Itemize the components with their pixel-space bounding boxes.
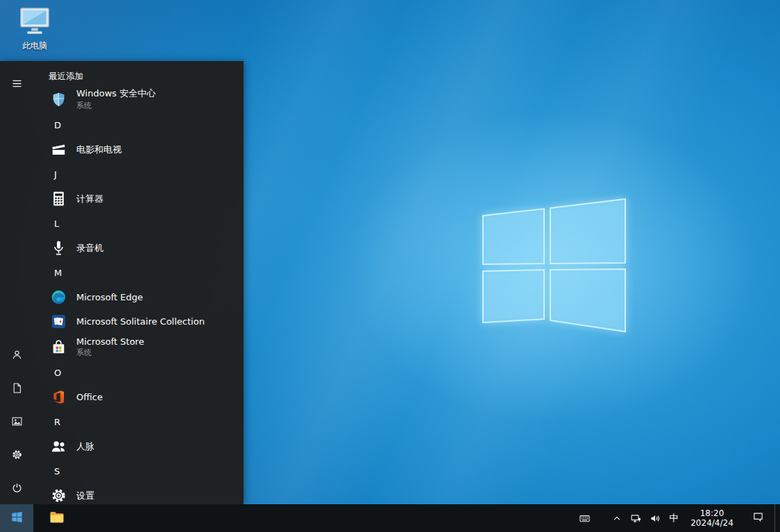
folder-icon: [49, 509, 65, 528]
file-explorer-button[interactable]: [42, 504, 72, 532]
documents-button[interactable]: [0, 371, 33, 404]
keyboard-icon: [579, 513, 591, 524]
start-app-list: 最近添加 Windows 安全中心系统D电影和电视J计算器L录音机MMicros…: [33, 61, 244, 504]
chevron-up-icon: [612, 513, 622, 523]
taskbar: 中 18:20 2024/4/24: [0, 504, 780, 532]
store-icon: [49, 338, 68, 356]
calculator-icon: [49, 190, 68, 207]
recently-added-header: 最近添加: [33, 67, 244, 86]
pictures-icon: [11, 415, 23, 427]
app-list-items: Windows 安全中心系统D电影和电视J计算器L录音机MMicrosoft E…: [33, 86, 244, 504]
app-item-label: Office: [76, 392, 103, 402]
app-item-text: 录音机: [76, 242, 103, 255]
movies-icon: [49, 141, 68, 158]
this-pc-label: 此电脑: [22, 40, 47, 52]
start-app-item[interactable]: 人脉: [33, 434, 244, 458]
app-item-label: Microsoft Solitaire Collection: [76, 316, 205, 327]
app-item-label: Microsoft Store: [76, 336, 144, 347]
app-item-text: Microsoft Store系统: [76, 336, 144, 358]
letter-header-j[interactable]: J: [33, 162, 244, 187]
app-item-subtitle: 系统: [76, 101, 155, 111]
start-app-item[interactable]: Microsoft Solitaire Collection: [33, 309, 244, 334]
power-button[interactable]: [0, 471, 33, 504]
office-icon: [49, 388, 68, 406]
app-item-text: Microsoft Edge: [76, 292, 143, 302]
volume-icon: [650, 513, 661, 524]
microphone-icon: [49, 239, 68, 257]
start-app-item[interactable]: 录音机: [33, 236, 244, 260]
letter-header-m[interactable]: M: [33, 260, 244, 285]
letter-header-o[interactable]: O: [33, 360, 244, 385]
shield-icon: [49, 91, 68, 108]
show-desktop-button[interactable]: [774, 504, 780, 532]
taskbar-clock[interactable]: 18:20 2024/4/24: [683, 504, 741, 532]
edge-icon: [49, 289, 68, 306]
gear-icon: [49, 487, 68, 504]
this-pc-icon: [19, 7, 51, 39]
pictures-button[interactable]: [0, 404, 33, 438]
app-item-label: 电影和电视: [76, 144, 121, 156]
ime-indicator[interactable]: 中: [665, 504, 683, 532]
app-item-text: 计算器: [76, 193, 103, 205]
letter-header-s[interactable]: S: [33, 458, 244, 483]
clock-time: 18:20: [700, 508, 724, 519]
letter-header-r[interactable]: R: [33, 409, 244, 434]
system-tray: 中 18:20 2024/4/24: [570, 504, 780, 532]
app-item-text: 设置: [76, 490, 94, 502]
app-item-label: Windows 安全中心: [76, 87, 155, 100]
app-item-label: 计算器: [76, 193, 103, 205]
clock-date: 2024/4/24: [690, 518, 734, 529]
hamburger-icon: [11, 78, 23, 89]
app-item-label: 设置: [76, 490, 94, 502]
document-icon: [11, 382, 23, 394]
volume-button[interactable]: [645, 504, 665, 532]
start-button[interactable]: [0, 504, 33, 532]
touch-keyboard-button[interactable]: [570, 504, 598, 532]
app-item-label: 人脉: [76, 440, 94, 453]
windows-logo-icon: [10, 510, 24, 526]
app-item-text: 人脉: [76, 440, 94, 453]
start-app-item[interactable]: Windows 安全中心系统: [33, 86, 244, 112]
app-item-subtitle: 系统: [76, 347, 144, 358]
letter-header-l[interactable]: L: [33, 211, 244, 236]
app-item-label: 录音机: [76, 242, 103, 255]
app-item-label: Microsoft Edge: [76, 292, 143, 302]
start-app-item[interactable]: Office: [33, 385, 244, 409]
start-app-item[interactable]: 计算器: [33, 187, 244, 211]
settings-button[interactable]: [0, 438, 33, 471]
start-app-item[interactable]: Microsoft Edge: [33, 285, 244, 309]
rail-bottom-group: [0, 338, 33, 504]
app-item-text: Windows 安全中心系统: [76, 87, 155, 111]
expand-menu-button[interactable]: [0, 67, 33, 100]
start-menu-rail: [0, 61, 33, 504]
tray-icon-group: [570, 504, 665, 532]
action-center-icon: [752, 511, 764, 525]
show-hidden-icons-button[interactable]: [608, 504, 626, 532]
power-icon: [11, 482, 23, 494]
action-center-button[interactable]: [741, 504, 774, 532]
app-item-text: Office: [76, 392, 103, 402]
start-app-item[interactable]: 设置: [33, 483, 244, 504]
rail-top-group: [0, 67, 33, 100]
user-icon: [11, 349, 23, 361]
gear-icon: [11, 449, 23, 461]
app-item-text: Microsoft Solitaire Collection: [76, 316, 205, 327]
letter-header-d[interactable]: D: [33, 112, 244, 137]
solitaire-icon: [49, 313, 68, 330]
app-item-text: 电影和电视: [76, 144, 121, 156]
user-account-button[interactable]: [0, 338, 33, 371]
desktop-icon-this-pc[interactable]: 此电脑: [10, 4, 60, 55]
network-icon: [630, 513, 642, 524]
network-button[interactable]: [626, 504, 645, 532]
start-app-item[interactable]: Microsoft Store系统: [33, 334, 244, 360]
start-app-item[interactable]: 电影和电视: [33, 137, 244, 162]
start-menu: 最近添加 Windows 安全中心系统D电影和电视J计算器L录音机MMicros…: [0, 61, 244, 504]
people-icon: [49, 438, 68, 455]
